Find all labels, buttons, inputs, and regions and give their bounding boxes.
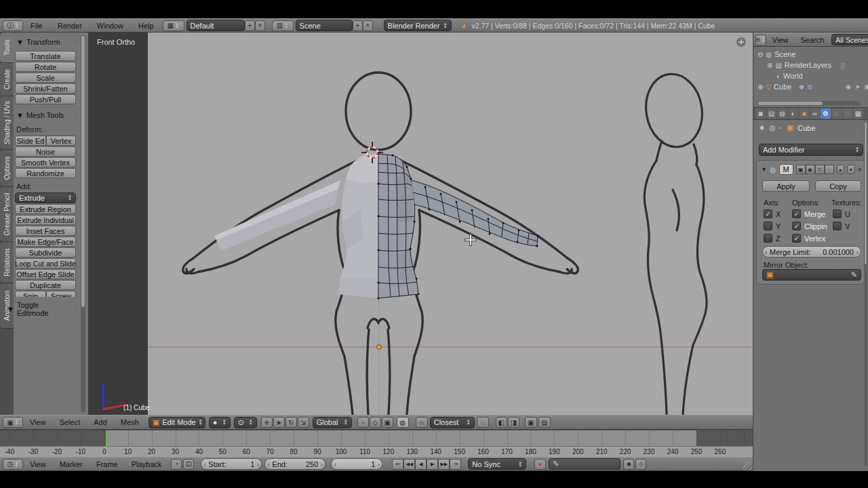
- offset-edge-slide-button[interactable]: Offset Edge Slide: [15, 269, 76, 279]
- shrink-fatten-button[interactable]: Shrink/Fatten: [15, 83, 76, 94]
- menu-item[interactable]: Window: [90, 22, 131, 30]
- copy-button[interactable]: Copy: [815, 180, 861, 192]
- smooth-vertex-button[interactable]: Smooth Vertex: [15, 157, 76, 167]
- tool-shelf-tab[interactable]: Grease Pencil: [0, 187, 14, 242]
- apply-button[interactable]: Apply: [762, 180, 810, 192]
- editor-type-selector[interactable]: ▣: [3, 417, 23, 428]
- properties-scrollbar[interactable]: [864, 121, 867, 466]
- opengl-render-button[interactable]: ▣: [525, 417, 537, 428]
- properties-tab[interactable]: ▤: [766, 108, 776, 119]
- rotate-button[interactable]: Rotate: [15, 62, 76, 72]
- frame-start-field[interactable]: Start:1: [201, 458, 262, 470]
- move-down-icon[interactable]: ▼: [847, 165, 855, 174]
- properties-tab[interactable]: ▦: [853, 108, 863, 119]
- menu-item[interactable]: Playback: [125, 460, 169, 468]
- subdivide-button[interactable]: Subdivide: [15, 247, 76, 258]
- timeline-ruler[interactable]: -40-30-20-100102030405060708090100110120…: [0, 446, 753, 458]
- tool-shelf-tab[interactable]: Relations: [0, 242, 14, 283]
- extrude-region-button[interactable]: Extrude Region: [15, 204, 76, 214]
- playback-button[interactable]: ◀: [415, 459, 427, 470]
- inset-faces-button[interactable]: Inset Faces: [15, 226, 76, 236]
- properties-tab[interactable]: ◐: [788, 108, 798, 119]
- timeline-tool-icon[interactable]: ◔: [171, 459, 182, 470]
- region-resize-grip[interactable]: [743, 461, 753, 470]
- add-modifier-dropdown[interactable]: Add Modifier: [759, 144, 863, 156]
- properties-tab[interactable]: ∴: [831, 108, 842, 119]
- playback-button[interactable]: ▶▶: [438, 459, 450, 470]
- editor-type-selector[interactable]: ≡: [755, 35, 766, 45]
- tool-shelf-tab[interactable]: Shading / UVs: [0, 96, 14, 150]
- screw-button[interactable]: Screw: [46, 291, 76, 297]
- scene-name[interactable]: Scene: [296, 20, 353, 31]
- outliner-row-scene[interactable]: ⊖ ◍ Scene: [753, 49, 868, 60]
- manipulator-button[interactable]: ↻: [285, 417, 297, 428]
- mesh-tools-panel-header[interactable]: ▼ Mesh Tools ⁙: [16, 111, 79, 119]
- restrict-toggle-icon[interactable]: ▣: [864, 83, 868, 90]
- manipulator-button[interactable]: ⇲: [298, 417, 309, 428]
- push-pull-button[interactable]: Push/Pull: [15, 94, 76, 104]
- keying-set-field[interactable]: ✎: [549, 458, 620, 470]
- properties-tab[interactable]: ⚙: [821, 108, 831, 119]
- toggle-button[interactable]: ◨: [508, 417, 519, 428]
- slide-edge-button[interactable]: Slide Ed: [15, 136, 46, 146]
- playback-button[interactable]: ⇤: [392, 459, 403, 470]
- properties-tab[interactable]: ◌: [842, 108, 852, 119]
- pivot-point-select[interactable]: ⊙: [234, 417, 257, 428]
- tool-shelf-scrollbar[interactable]: [81, 35, 85, 412]
- outliner-scrollbar[interactable]: [757, 101, 861, 106]
- manipulator-button[interactable]: ✛: [261, 417, 273, 428]
- region-expand-plus-icon[interactable]: [736, 37, 746, 47]
- toggle-editmode-panel-header[interactable]: ▼ Toggle Editmode ⁙: [7, 301, 80, 317]
- merge-limit-slider[interactable]: Merge Limit: 0.001000: [762, 246, 861, 258]
- menu-item[interactable]: Add: [87, 418, 114, 426]
- keyframe-button-icon[interactable]: ◇: [635, 459, 646, 470]
- sync-mode-select[interactable]: No Sync: [468, 458, 526, 470]
- current-frame-field[interactable]: 1: [331, 458, 382, 470]
- merge-checkbox[interactable]: Merge: [792, 209, 825, 218]
- outliner-row-cube[interactable]: ⊕ ▽ Cube ❖ ⚙ ◉➤▣: [753, 81, 868, 92]
- restrict-toggle-icon[interactable]: ➤: [855, 83, 861, 90]
- menu-item[interactable]: Mesh: [114, 418, 146, 426]
- snap-target-button[interactable]: ◌: [477, 417, 489, 428]
- snap-magnet-button[interactable]: ∩: [416, 417, 428, 428]
- expand-triangle-icon[interactable]: ▼: [761, 166, 767, 173]
- axis-y-checkbox[interactable]: Y: [764, 222, 781, 230]
- toggle-button[interactable]: ◧: [496, 417, 507, 428]
- select-mode-button[interactable]: ◇: [370, 417, 381, 428]
- menu-item[interactable]: View: [766, 36, 795, 44]
- close-icon[interactable]: ×: [858, 165, 862, 174]
- extrude-dropdown[interactable]: Extrude: [15, 192, 76, 203]
- render-engine-select[interactable]: Blender Render: [384, 20, 452, 31]
- renderlayer-badge-icon[interactable]: ▯: [841, 61, 845, 70]
- scene-browser[interactable]: ▥: [272, 20, 294, 31]
- vertex-slide-button[interactable]: Vertex: [46, 136, 76, 146]
- vertex-groups-checkbox[interactable]: Vertex: [792, 234, 825, 243]
- modifier-toggle-icon[interactable]: ▽: [815, 165, 825, 174]
- tool-shelf-tab[interactable]: Tools: [0, 33, 14, 63]
- translate-button[interactable]: Translate: [15, 51, 76, 61]
- menu-item[interactable]: Help: [131, 22, 161, 30]
- collapse-icon[interactable]: ⊖: [757, 51, 763, 58]
- menu-item[interactable]: Select: [53, 418, 87, 426]
- menu-item[interactable]: View: [23, 460, 53, 468]
- menu-item[interactable]: Search: [794, 36, 830, 44]
- timeline-tracks[interactable]: [0, 430, 753, 447]
- timeline-playhead[interactable]: [106, 430, 107, 447]
- outliner-row-renderlayers[interactable]: ⊕ ▤ RenderLayers ▯: [753, 60, 868, 70]
- menu-item[interactable]: Marker: [53, 460, 90, 468]
- textures-v-checkbox[interactable]: V: [833, 222, 850, 230]
- close-layout-button[interactable]: ×: [255, 20, 265, 31]
- menu-item[interactable]: File: [23, 22, 50, 30]
- loop-cut-slide-button[interactable]: Loop Cut and Slide: [15, 258, 76, 268]
- outliner-filter-select[interactable]: All Scenes: [831, 34, 868, 45]
- mode-select[interactable]: ▣Edit Mode: [149, 417, 205, 428]
- properties-tab[interactable]: ∞: [810, 108, 820, 119]
- screen-layout-browser[interactable]: ▦: [163, 20, 184, 31]
- move-up-icon[interactable]: ▲: [837, 165, 845, 174]
- modifier-toggle-icon[interactable]: ▣: [796, 165, 806, 174]
- menu-item[interactable]: View: [23, 418, 53, 426]
- duplicate-button[interactable]: Duplicate: [15, 280, 76, 290]
- snap-element-select[interactable]: Closest: [430, 417, 475, 428]
- close-scene-button[interactable]: ×: [363, 20, 373, 31]
- spin-button[interactable]: Spin: [15, 291, 46, 297]
